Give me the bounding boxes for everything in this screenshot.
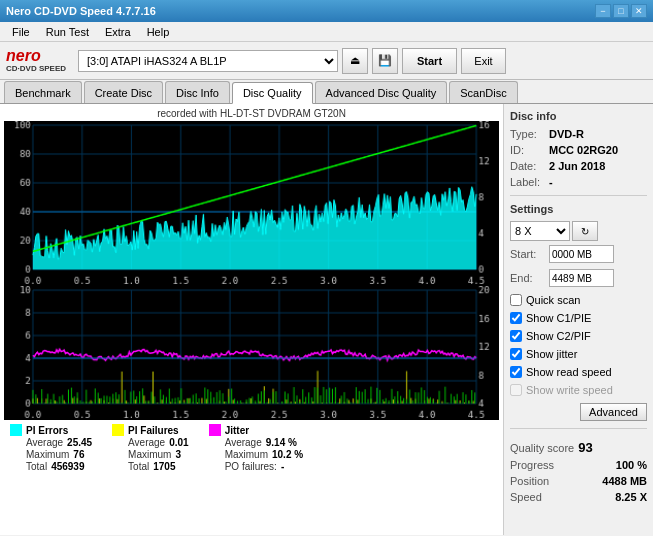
jitter-avg-label: Average [225,437,262,448]
disc-type-label: Type: [510,128,545,140]
tab-advanced-disc-quality[interactable]: Advanced Disc Quality [315,81,448,103]
show-jitter-checkbox[interactable] [510,348,522,360]
disc-info-title: Disc info [510,110,647,122]
chart-top [4,121,499,286]
tab-disc-quality[interactable]: Disc Quality [232,82,313,104]
chart-bottom [4,286,499,420]
right-panel: Disc info Type: DVD-R ID: MCC 02RG20 Dat… [503,104,653,535]
position-row: Position 4488 MB [510,475,647,487]
show-c1-row: Show C1/PIE [510,312,647,324]
end-row: End: [510,269,647,287]
disc-id-label: ID: [510,144,545,156]
speed-label: Speed [510,491,542,503]
tab-scandisc[interactable]: ScanDisc [449,81,517,103]
settings-refresh-button[interactable]: ↻ [572,221,598,241]
minimize-button[interactable]: − [595,4,611,18]
quality-score-label: Quality score [510,442,574,454]
exit-button[interactable]: Exit [461,48,506,74]
jitter-title: Jitter [225,425,249,436]
logo-text: nero [6,48,66,64]
start-label: Start: [510,248,545,260]
show-c1-checkbox[interactable] [510,312,522,324]
tab-benchmark[interactable]: Benchmark [4,81,82,103]
show-jitter-label: Show jitter [526,348,577,360]
progress-label: Progress [510,459,554,471]
tab-create-disc[interactable]: Create Disc [84,81,163,103]
speed-value: 8.25 X [615,491,647,503]
pi-errors-total-label: Total [26,461,47,472]
show-write-speed-label: Show write speed [526,384,613,396]
end-input[interactable] [549,269,614,287]
legend-pi-failures: PI Failures Average 0.01 Maximum 3 Total… [112,424,189,472]
close-button[interactable]: ✕ [631,4,647,18]
menu-bar: File Run Test Extra Help [0,22,653,42]
main-content: recorded with HL-DT-ST DVDRAM GT20N PI E… [0,104,653,535]
menu-file[interactable]: File [4,24,38,40]
logo: nero CD·DVD SPEED [6,48,66,73]
show-read-speed-checkbox[interactable] [510,366,522,378]
disc-label-value: - [549,176,553,188]
legend-pi-errors: PI Errors Average 25.45 Maximum 76 Total… [10,424,92,472]
logo-sub: CD·DVD SPEED [6,64,66,73]
chart-area: recorded with HL-DT-ST DVDRAM GT20N PI E… [0,104,503,535]
pi-failures-total-value: 1705 [153,461,175,472]
pi-failures-color [112,424,124,436]
legend-jitter: Jitter Average 9.14 % Maximum 10.2 % PO … [209,424,303,472]
disc-date-label: Date: [510,160,545,172]
quick-scan-row: Quick scan [510,294,647,306]
menu-extra[interactable]: Extra [97,24,139,40]
show-write-speed-checkbox [510,384,522,396]
pi-failures-max-label: Maximum [128,449,171,460]
pi-failures-avg-value: 0.01 [169,437,188,448]
pi-failures-max-value: 3 [175,449,181,460]
po-failures-label: PO failures: [225,461,277,472]
pi-failures-total-label: Total [128,461,149,472]
toolbar: nero CD·DVD SPEED [3:0] ATAPI iHAS324 A … [0,42,653,80]
show-c2-checkbox[interactable] [510,330,522,342]
pi-errors-avg-label: Average [26,437,63,448]
advanced-button[interactable]: Advanced [580,403,647,421]
pi-failures-avg-label: Average [128,437,165,448]
disc-label-row: Label: - [510,176,647,188]
disc-type-value: DVD-R [549,128,584,140]
save-button[interactable]: 💾 [372,48,398,74]
start-input[interactable] [549,245,614,263]
quality-score-row: Quality score 93 [510,440,647,455]
end-label: End: [510,272,545,284]
disc-date-row: Date: 2 Jun 2018 [510,160,647,172]
progress-value: 100 % [616,459,647,471]
disc-id-value: MCC 02RG20 [549,144,618,156]
maximize-button[interactable]: □ [613,4,629,18]
jitter-max-label: Maximum [225,449,268,460]
position-value: 4488 MB [602,475,647,487]
pi-errors-total-value: 456939 [51,461,84,472]
menu-help[interactable]: Help [139,24,178,40]
tab-disc-info[interactable]: Disc Info [165,81,230,103]
start-button[interactable]: Start [402,48,457,74]
position-label: Position [510,475,549,487]
title-bar: Nero CD-DVD Speed 4.7.7.16 − □ ✕ [0,0,653,22]
quality-score-value: 93 [578,440,592,455]
jitter-color [209,424,221,436]
jitter-max-value: 10.2 % [272,449,303,460]
app-title: Nero CD-DVD Speed 4.7.7.16 [6,5,156,17]
drive-selector[interactable]: [3:0] ATAPI iHAS324 A BL1P [78,50,338,72]
speed-select[interactable]: 8 X [510,221,570,241]
jitter-avg-value: 9.14 % [266,437,297,448]
show-c2-label: Show C2/PIF [526,330,591,342]
disc-type-row: Type: DVD-R [510,128,647,140]
legend-area: PI Errors Average 25.45 Maximum 76 Total… [4,420,499,476]
divider-2 [510,428,647,429]
eject-button[interactable]: ⏏ [342,48,368,74]
eject-icon: ⏏ [350,54,360,67]
pi-errors-max-value: 76 [73,449,84,460]
chart-container [4,121,499,420]
speed-row: 8 X ↻ [510,221,647,241]
progress-row: Progress 100 % [510,459,647,471]
window-controls: − □ ✕ [595,4,647,18]
start-row: Start: [510,245,647,263]
menu-run-test[interactable]: Run Test [38,24,97,40]
divider-1 [510,195,647,196]
quick-scan-checkbox[interactable] [510,294,522,306]
save-icon: 💾 [378,54,392,67]
